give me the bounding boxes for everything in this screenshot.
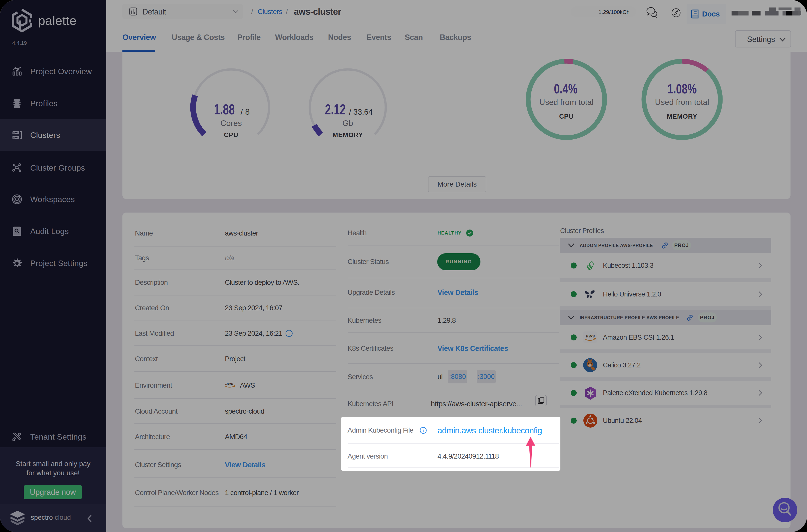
svg-text:aws: aws xyxy=(225,381,233,386)
svg-text:aws: aws xyxy=(586,333,595,338)
